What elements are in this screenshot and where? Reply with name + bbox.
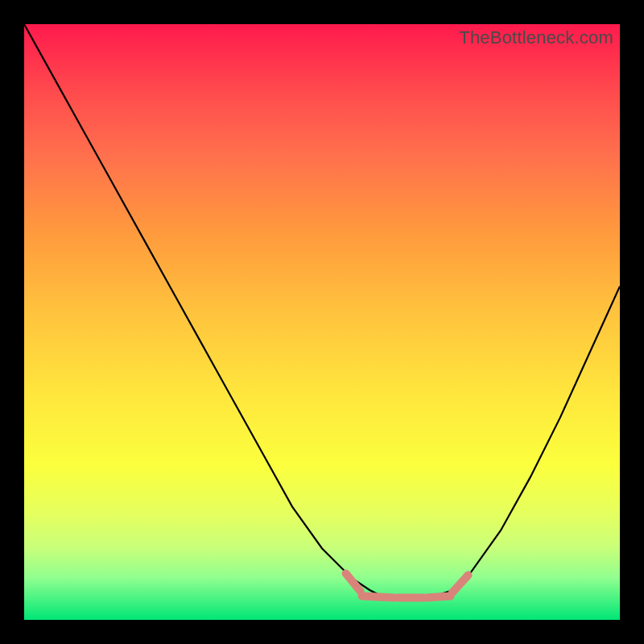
- chart-plot-area: TheBottleneck.com: [24, 24, 620, 620]
- bottleneck-curve: [24, 24, 620, 599]
- optimal-flat-segment: [346, 573, 361, 591]
- optimal-flat-segment: [362, 596, 394, 597]
- watermark-text: TheBottleneck.com: [459, 27, 613, 48]
- chart-svg: [24, 24, 620, 620]
- optimal-flat-segment: [452, 575, 469, 592]
- optimal-flat-segment: [427, 596, 451, 597]
